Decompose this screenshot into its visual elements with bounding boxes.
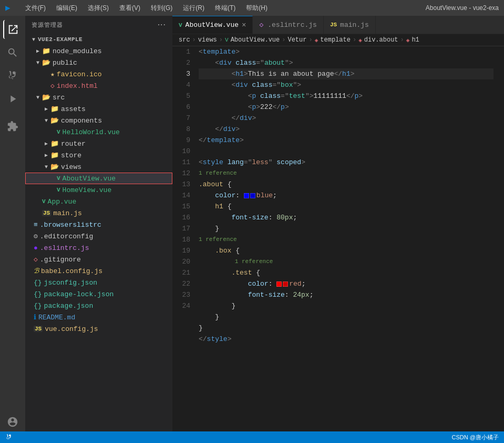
- ln-6: 6: [177, 102, 190, 113]
- tab-mainjs[interactable]: JS main.js: [324, 16, 376, 34]
- tree-store[interactable]: ▶ 📁 store: [25, 149, 172, 161]
- tree-babel[interactable]: ℬ babel.config.js: [25, 265, 172, 277]
- sidebar-more-button[interactable]: ···: [158, 20, 166, 29]
- label-appvue: App.vue: [48, 198, 77, 206]
- tab-js-icon-main: JS: [330, 22, 337, 28]
- code-line-11: <style lang="less" scoped>: [199, 157, 493, 168]
- label-package-lock: package-lock.json: [44, 290, 114, 298]
- js-icon-vueconfig: JS: [34, 326, 43, 332]
- tree-gitignore[interactable]: ◇ .gitignore: [25, 254, 172, 265]
- tree-src[interactable]: ▼ 📂 src: [25, 92, 172, 103]
- code-content[interactable]: <template> <div class="about"> <h1>This …: [199, 46, 504, 431]
- tree-eslintrc[interactable]: ● .eslintrc.js: [25, 242, 172, 254]
- ln-14: 13: [177, 179, 190, 190]
- menu-run[interactable]: 运行(R): [179, 3, 209, 14]
- bc-sep-6: ›: [400, 36, 404, 44]
- tree-components[interactable]: ▼ 📂 components: [25, 115, 172, 126]
- breadcrumb: src › views › V AboutView.vue › Vetur › …: [172, 34, 504, 46]
- tree-index-html[interactable]: ◇ index.html: [25, 80, 172, 92]
- breadcrumb-template: template: [320, 36, 351, 44]
- folder-icon-node-modules: 📁: [42, 47, 50, 55]
- code-ref-2: 1 reference: [199, 234, 493, 245]
- tree-favicon[interactable]: ★ favicon.ico: [25, 68, 172, 80]
- search-icon[interactable]: [3, 43, 22, 62]
- code-line-7: </div>: [199, 113, 493, 124]
- tree-editorconfig[interactable]: ⚙ .editorconfig: [25, 230, 172, 242]
- tree-appvue[interactable]: V App.vue: [25, 196, 172, 207]
- status-bar: CSDN @唐小橘子: [0, 431, 504, 443]
- tree-browserslist[interactable]: ≡ .browserslistrc: [25, 219, 172, 230]
- project-name: VUE2-EXAMPLE: [38, 36, 83, 43]
- tree-aboutview[interactable]: V AboutView.vue: [25, 173, 172, 184]
- menu-edit[interactable]: 编辑(E): [52, 3, 81, 14]
- label-router: router: [61, 140, 86, 148]
- code-editor[interactable]: 1 2 3 4 5 6 7 8 9 10 11 12 13 14 15 16 1…: [172, 46, 504, 431]
- tree-helloworld[interactable]: V HelloWorld.vue: [25, 126, 172, 138]
- menu-goto[interactable]: 转到(G): [147, 3, 177, 14]
- extensions-icon[interactable]: [3, 117, 22, 136]
- sidebar-title: 资源管理器: [32, 21, 63, 29]
- source-control-icon[interactable]: [3, 66, 22, 85]
- explorer-icon[interactable]: [3, 20, 22, 39]
- tree-package[interactable]: {} package.json: [25, 300, 172, 311]
- bc-sep-3: ›: [282, 36, 285, 44]
- color-swatch-red1: [276, 281, 282, 287]
- menu-select[interactable]: 选择(S): [84, 3, 113, 14]
- tree-assets[interactable]: ▶ 📁 assets: [25, 103, 172, 115]
- tree-views[interactable]: ▼ 📂 views: [25, 161, 172, 173]
- label-store: store: [61, 152, 81, 159]
- menu-view[interactable]: 查看(V): [115, 3, 145, 14]
- tab-label-eslint: .eslintrc.js: [268, 21, 317, 29]
- tab-eslint-icon: ◇: [259, 21, 263, 29]
- tab-aboutview[interactable]: V AboutView.vue ×: [172, 16, 253, 34]
- eslint-icon: ●: [34, 244, 38, 252]
- tab-label-main: main.js: [340, 21, 369, 29]
- tree-package-lock[interactable]: {} package-lock.json: [25, 288, 172, 300]
- arrow-router: ▶: [42, 140, 50, 147]
- arrow-views: ▼: [42, 164, 50, 170]
- label-assets: assets: [61, 105, 86, 113]
- account-icon[interactable]: [3, 412, 22, 431]
- breadcrumb-h1-icon: ◈: [406, 37, 410, 44]
- window-title: AboutView.vue - vue2-exa: [426, 4, 499, 12]
- tree-root[interactable]: ▼ VUE2-EXAMPLE: [25, 34, 172, 45]
- ln-25: 22: [177, 278, 190, 289]
- tree-public[interactable]: ▼ 📂 public: [25, 57, 172, 68]
- tree-router[interactable]: ▶ 📁 router: [25, 138, 172, 149]
- menu-help[interactable]: 帮助(H): [242, 3, 272, 14]
- code-line-14: h1 {: [199, 201, 493, 212]
- breadcrumb-file: AboutView.vue: [231, 36, 280, 44]
- tree-mainjs[interactable]: JS main.js: [25, 207, 172, 219]
- ln-7: 7: [177, 113, 190, 124]
- status-branch: [5, 434, 13, 441]
- tree-jsconfig[interactable]: {} jsconfig.json: [25, 277, 172, 288]
- tree-vueconfig[interactable]: JS vue.config.js: [25, 323, 172, 335]
- json-icon-pkg: {}: [34, 302, 42, 310]
- label-public: public: [53, 59, 77, 67]
- breadcrumb-src: src: [179, 36, 190, 44]
- run-icon[interactable]: [3, 89, 22, 108]
- ln-17: 16: [177, 212, 190, 223]
- ln-13: 12: [177, 168, 190, 179]
- menu-terminal[interactable]: 终端(T): [211, 3, 240, 14]
- code-line-23: }: [199, 323, 493, 334]
- ln-5: 5: [177, 90, 190, 102]
- bc-sep-2: ›: [219, 36, 223, 44]
- code-line-2: <div class="about">: [199, 57, 493, 68]
- folder-icon-public: 📂: [42, 58, 50, 67]
- label-editorconfig: .editorconfig: [40, 233, 93, 240]
- ln-23: 20: [177, 256, 190, 267]
- tree-homeview[interactable]: V HomeView.vue: [25, 184, 172, 196]
- ln-9: 9: [177, 135, 190, 146]
- arrow-components: ▼: [42, 118, 50, 124]
- menu-file[interactable]: 文件(F): [21, 3, 50, 14]
- ln-8: 8: [177, 124, 190, 135]
- tab-close-about[interactable]: ×: [242, 21, 246, 29]
- code-line-22: }: [199, 311, 493, 323]
- code-line-17: .box {: [199, 245, 493, 256]
- arrow-assets: ▶: [42, 106, 50, 112]
- tree-node-modules[interactable]: ▶ 📁 node_modules: [25, 45, 172, 57]
- tree-readme[interactable]: ℹ README.md: [25, 311, 172, 323]
- tab-eslintrc[interactable]: ◇ .eslintrc.js: [253, 16, 323, 34]
- vue-icon-helloworld: V: [57, 129, 60, 135]
